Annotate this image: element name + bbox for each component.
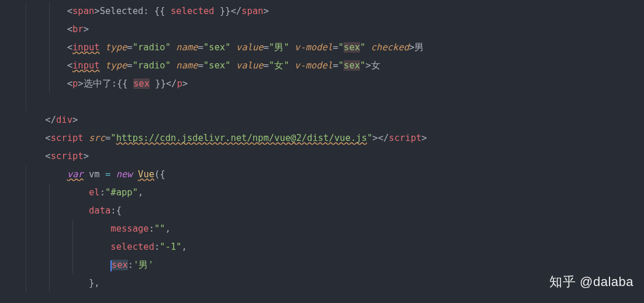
code-line: var vm = new Vue({	[0, 166, 644, 184]
code-line: el:"#app",	[0, 184, 644, 202]
code-line: <input type="radio" name="sex" value="男"…	[0, 39, 644, 57]
code-line: data:{	[0, 202, 644, 220]
code-editor[interactable]: <span>Selected: {{ selected }}</span> <b…	[0, 0, 644, 292]
code-line: <p>选中了:{{ sex }}</p>	[0, 75, 644, 93]
code-line	[0, 93, 644, 111]
code-line: },	[0, 274, 644, 292]
code-line: selected:"-1",	[0, 238, 644, 256]
code-line: <span>Selected: {{ selected }}</span>	[0, 2, 644, 20]
code-line: <br>	[0, 20, 644, 39]
watermark: 知乎 @dalaba	[549, 269, 633, 295]
code-line: <script src="https://cdn.jsdelivr.net/np…	[0, 129, 644, 147]
code-line: <input type="radio" name="sex" value="女"…	[0, 57, 644, 75]
code-line: <script>	[0, 147, 644, 166]
code-line: </div>	[0, 111, 644, 129]
code-line: sex:'男'	[0, 256, 644, 274]
code-line: message:"",	[0, 220, 644, 238]
